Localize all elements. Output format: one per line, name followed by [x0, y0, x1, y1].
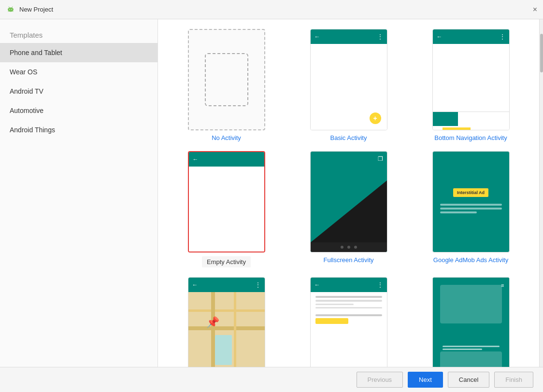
sidebar: Templates Phone and Tablet Wear OS Andro…: [0, 19, 158, 367]
drawer-line-1: [443, 346, 500, 347]
fullscreen-preview: ❐: [310, 151, 387, 252]
bottom-navigation-preview: ← ⋮: [432, 29, 510, 130]
empty-activity-label: Empty Activity: [202, 256, 251, 267]
sidebar-header: Templates: [0, 23, 157, 43]
navigation-drawer-preview: ≡: [432, 277, 510, 367]
fullscreen-body: ❐: [311, 152, 387, 242]
templates-content: No Activity ← ⋮ + Basic Activity: [158, 19, 539, 367]
fab-button: +: [370, 112, 381, 124]
map-road-v1: [211, 292, 215, 367]
android-logo-icon: [6, 5, 15, 14]
bottom-nav-tabs: [433, 112, 509, 126]
admob-label: Google AdMob Ads Activity: [433, 256, 508, 264]
detail-line-4: [315, 307, 382, 308]
scrollbar[interactable]: [539, 19, 543, 367]
back-arrow-icon-2: ←: [437, 33, 443, 40]
master-detail-body: [311, 292, 387, 367]
admob-line-1: [440, 204, 502, 206]
bottom-bar-accent: [433, 126, 509, 130]
template-google-admob[interactable]: Interstitial Ad Google AdMob Ads Activit…: [417, 151, 525, 267]
scrollbar-thumb: [540, 34, 543, 72]
fullscreen-label: Fullscreen Activity: [323, 256, 373, 264]
map-pin-icon: 📌: [206, 316, 219, 329]
interstitial-ad-badge: Interstitial Ad: [453, 188, 488, 197]
template-bottom-navigation[interactable]: ← ⋮ Bottom Navigation Activ: [417, 29, 525, 141]
map-bar: ← ⋮: [188, 278, 265, 292]
map-green-area: [215, 335, 232, 365]
admob-lines: [433, 202, 509, 215]
sidebar-item-phone-tablet[interactable]: Phone and Tablet: [0, 43, 157, 62]
admob-content: Interstitial Ad: [433, 152, 509, 252]
sidebar-item-android-things[interactable]: Android Things: [0, 120, 157, 140]
map-preview: ← ⋮ 📌: [188, 277, 265, 367]
template-empty-activity[interactable]: ← Empty Activity: [172, 151, 280, 267]
more-icon-2: ⋮: [500, 33, 505, 40]
detail-line-2: [315, 300, 382, 302]
template-master-detail[interactable]: ← ⋮ Master/Detail Flow: [295, 277, 402, 367]
nav-drawer-text-lines: [443, 344, 500, 351]
map-body: 📌: [188, 292, 265, 367]
admob-line-2: [440, 208, 502, 210]
empty-activity-bar: ←: [189, 152, 264, 167]
basic-activity-body: +: [311, 44, 387, 130]
admob-preview: Interstitial Ad: [432, 151, 510, 252]
master-detail-preview: ← ⋮: [310, 277, 387, 367]
sidebar-item-wear-os[interactable]: Wear OS: [0, 62, 157, 82]
basic-activity-label: Basic Activity: [330, 134, 367, 141]
nav-drawer-lines-icon: ≡: [501, 282, 504, 288]
template-no-activity[interactable]: No Activity: [172, 29, 280, 141]
map-road-h2: [188, 309, 265, 312]
basic-activity-bar: ← ⋮: [311, 29, 387, 44]
template-map-activity[interactable]: ← ⋮ 📌: [172, 277, 280, 367]
map-road-h1: [188, 326, 265, 330]
nav-drawer-card-2: [440, 351, 502, 367]
detail-line-1: [315, 296, 382, 298]
new-project-dialog: New Project × Templates Phone and Tablet…: [0, 0, 543, 392]
finish-button[interactable]: Finish: [494, 372, 533, 388]
next-button[interactable]: Next: [408, 372, 443, 388]
more-icon: ⋮: [377, 33, 383, 40]
title-bar: New Project ×: [0, 0, 543, 19]
map-road-v2: [234, 292, 236, 367]
master-detail-bar: ← ⋮: [311, 278, 387, 292]
detail-line-5: [315, 314, 382, 316]
cancel-button[interactable]: Cancel: [448, 372, 489, 388]
dot-1: [341, 246, 343, 249]
diagonal-dark: [311, 180, 387, 242]
bottom-navigation-label: Bottom Navigation Activity: [434, 134, 507, 141]
no-activity-label: No Activity: [212, 134, 241, 141]
footer: Previous Next Cancel Finish: [0, 367, 543, 392]
template-navigation-drawer[interactable]: ≡ Navigation Drawer Activity: [417, 277, 525, 367]
empty-activity-preview: ←: [188, 151, 265, 252]
fullscreen-bottom-bar: [311, 242, 387, 252]
drawer-line-2: [443, 349, 483, 350]
admob-line-3: [440, 211, 477, 213]
empty-activity-body: [189, 167, 264, 252]
bottom-nav-bar-top: ← ⋮: [433, 29, 509, 44]
close-button[interactable]: ×: [533, 6, 537, 14]
back-arrow-icon-3: ←: [193, 156, 199, 163]
no-activity-preview: [188, 29, 265, 130]
detail-line-3: [315, 304, 354, 305]
sidebar-item-automotive[interactable]: Automotive: [0, 101, 157, 120]
yellow-bar: [443, 127, 471, 130]
dialog-title: New Project: [19, 6, 53, 13]
back-arrow-icon-4: ←: [192, 281, 198, 288]
bottom-nav-tab-2: [458, 112, 484, 126]
dot-3: [354, 246, 357, 249]
more-icon-4: ⋮: [255, 281, 261, 288]
fullscreen-expand-icon: ❐: [378, 155, 383, 162]
basic-activity-preview: ← ⋮ +: [310, 29, 387, 130]
main-content: Templates Phone and Tablet Wear OS Andro…: [0, 19, 543, 367]
back-arrow-icon-5: ←: [314, 281, 320, 288]
sidebar-item-android-tv[interactable]: Android TV: [0, 82, 157, 101]
template-fullscreen-activity[interactable]: ❐ Fullscreen Activity: [295, 151, 402, 267]
bottom-nav-tab-3: [484, 112, 509, 126]
template-basic-activity[interactable]: ← ⋮ + Basic Activity: [295, 29, 402, 141]
previous-button[interactable]: Previous: [357, 372, 403, 388]
nav-drawer-card: [440, 285, 502, 323]
nav-drawer-body: ≡: [433, 278, 509, 367]
dot-2: [347, 246, 350, 249]
no-activity-dashed-box: [205, 53, 248, 106]
templates-grid: No Activity ← ⋮ + Basic Activity: [172, 29, 525, 367]
